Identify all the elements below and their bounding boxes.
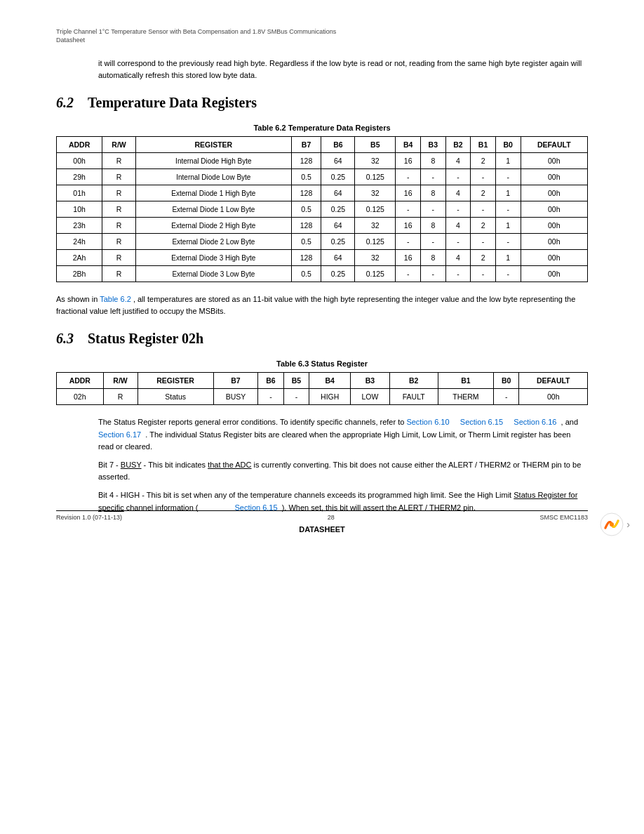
bit7-busy: BUSY: [121, 461, 142, 469]
table-cell: 4: [445, 250, 471, 266]
footer-top: Revision 1.0 (07-11-13) 28 SMSC EMC1183: [56, 510, 588, 521]
table-cell: 00h: [521, 169, 587, 185]
intro-paragraph: it will correspond to the previously rea…: [56, 58, 588, 81]
col-b0: B0: [494, 373, 519, 389]
table-cell: Status: [137, 389, 213, 405]
table-cell: R: [102, 250, 136, 266]
table-cell: BUSY: [213, 389, 257, 405]
table-cell: 00h: [521, 185, 587, 201]
table-cell: -: [471, 234, 496, 250]
table-cell: 00h: [521, 250, 587, 266]
table-cell: 1: [495, 185, 521, 201]
table-62-header-row: ADDR R/W REGISTER B7 B6 B5 B4 B3 B2 B1 B…: [57, 137, 588, 153]
table-cell: -: [471, 169, 496, 185]
col-default: DEFAULT: [519, 373, 588, 389]
table-cell: -: [471, 266, 496, 282]
table-cell: 64: [321, 153, 355, 169]
col-addr: ADDR: [57, 137, 102, 153]
table-cell: -: [258, 389, 283, 405]
brand-logo: [600, 512, 624, 536]
table-cell: 0.5: [291, 266, 321, 282]
table-63-header-row: ADDR R/W REGISTER B7 B6 B5 B4 B3 B2 B1 B…: [57, 373, 588, 389]
table-cell: 2: [471, 185, 496, 201]
table-cell: -: [494, 389, 519, 405]
after-text-2: , all temperatures are stored as an 11-b…: [56, 295, 575, 315]
table-cell: -: [495, 169, 521, 185]
table-cell: 32: [355, 218, 396, 234]
table-cell: 8: [420, 185, 445, 201]
table-cell: 29h: [57, 169, 102, 185]
bit7-label: Bit 7 -: [98, 461, 121, 469]
table-cell: -: [396, 234, 421, 250]
section-62-number: 6.2: [56, 95, 74, 111]
table-cell: External Diode 2 Low Byte: [135, 234, 291, 250]
svg-point-1: [610, 522, 614, 527]
table-cell: -: [495, 234, 521, 250]
footer-company: SMSC EMC1183: [539, 514, 588, 521]
table-cell: 1: [495, 153, 521, 169]
table-cell: R: [102, 153, 136, 169]
table-cell: 2: [471, 153, 496, 169]
table-cell: 128: [291, 153, 321, 169]
table-cell: 0.25: [321, 201, 355, 218]
section-62-header: 6.2 Temperature Data Registers: [56, 95, 588, 111]
table-cell: 16: [396, 185, 421, 201]
status-body-1: The Status Register reports general erro…: [98, 418, 406, 426]
table-cell: 00h: [521, 266, 587, 282]
table-cell: 0.125: [355, 266, 396, 282]
table-cell: -: [420, 201, 445, 218]
table-cell: 128: [291, 250, 321, 266]
bit7-adc: that the ADC: [208, 461, 251, 469]
col-b2: B2: [445, 137, 471, 153]
logo-area: ›: [600, 512, 630, 536]
table-cell: -: [445, 169, 471, 185]
table-cell: 0.125: [355, 169, 396, 185]
col-b7: B7: [291, 137, 321, 153]
table-cell: 32: [355, 250, 396, 266]
footer-page: 28: [328, 514, 335, 521]
table-cell: 00h: [57, 153, 102, 169]
table-cell: Internal Diode Low Byte: [135, 169, 291, 185]
col-addr: ADDR: [57, 373, 104, 389]
table-cell: 64: [321, 218, 355, 234]
col-rw: R/W: [103, 373, 137, 389]
table-cell: 16: [396, 250, 421, 266]
table-row: 24hRExternal Diode 2 Low Byte0.50.250.12…: [57, 234, 588, 250]
section-616-link[interactable]: Section 6.16: [514, 418, 556, 426]
table-63-caption: Table 6.3 Status Register: [56, 359, 588, 368]
col-b7: B7: [213, 373, 257, 389]
table-cell: -: [283, 389, 309, 405]
table-cell: 0.125: [355, 234, 396, 250]
section-610-link[interactable]: Section 6.10: [406, 418, 449, 426]
section-615-link[interactable]: Section 6.15: [460, 418, 503, 426]
table-62-link[interactable]: Table 6.2: [100, 295, 131, 303]
col-default: DEFAULT: [521, 137, 587, 153]
table-row: 00hRInternal Diode High Byte128643216842…: [57, 153, 588, 169]
chevron-right-icon: ›: [626, 519, 630, 530]
table-row: 23hRExternal Diode 2 High Byte1286432168…: [57, 218, 588, 234]
table-cell: 01h: [57, 185, 102, 201]
section-617-link[interactable]: Section 6.17: [98, 430, 141, 439]
table-cell: -: [445, 266, 471, 282]
table-cell: 00h: [521, 153, 587, 169]
section-62-title: Temperature Data Registers: [88, 95, 257, 111]
footer: Revision 1.0 (07-11-13) 28 SMSC EMC1183 …: [0, 510, 644, 534]
table-cell: THERM: [438, 389, 493, 405]
table-cell: External Diode 2 High Byte: [135, 218, 291, 234]
table-cell: 2: [471, 218, 496, 234]
table-cell: 23h: [57, 218, 102, 234]
table-cell: R: [103, 389, 137, 405]
table-cell: -: [420, 266, 445, 282]
table-cell: -: [396, 266, 421, 282]
table-cell: 16: [396, 218, 421, 234]
table-row: 02hRStatusBUSY--HIGHLOWFAULTTHERM-00h: [57, 389, 588, 405]
table-row: 2AhRExternal Diode 3 High Byte1286432168…: [57, 250, 588, 266]
table-cell: 0.5: [291, 234, 321, 250]
table-cell: R: [102, 266, 136, 282]
table-cell: -: [396, 169, 421, 185]
page: Triple Channel 1°C Temperature Sensor wi…: [0, 0, 644, 548]
table-cell: -: [495, 266, 521, 282]
table-cell: 32: [355, 153, 396, 169]
table-cell: HIGH: [309, 389, 351, 405]
table-cell: R: [102, 185, 136, 201]
